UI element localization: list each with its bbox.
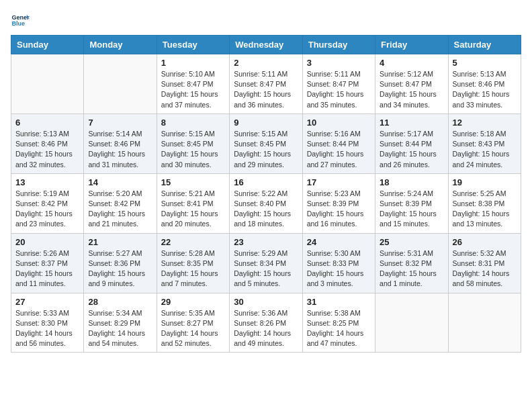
day-number: 9 (234, 118, 298, 128)
day-info: Sunrise: 5:19 AMSunset: 8:42 PMDaylight:… (15, 189, 79, 230)
calendar-week-row: 1Sunrise: 5:10 AMSunset: 8:47 PMDaylight… (11, 54, 521, 114)
calendar-cell: 5Sunrise: 5:13 AMSunset: 8:46 PMDaylight… (448, 54, 521, 114)
day-number: 18 (380, 177, 443, 187)
calendar-cell: 20Sunrise: 5:26 AMSunset: 8:37 PMDayligh… (11, 233, 84, 293)
day-number: 17 (307, 177, 371, 187)
day-info: Sunrise: 5:15 AMSunset: 8:45 PMDaylight:… (234, 129, 298, 170)
day-number: 29 (161, 297, 225, 307)
day-number: 7 (88, 118, 152, 128)
calendar-table: SundayMondayTuesdayWednesdayThursdayFrid… (11, 35, 521, 353)
calendar-cell: 8Sunrise: 5:15 AMSunset: 8:45 PMDaylight… (157, 113, 229, 173)
calendar-cell: 21Sunrise: 5:27 AMSunset: 8:36 PMDayligh… (84, 233, 157, 293)
calendar-cell (375, 293, 448, 353)
calendar-cell: 23Sunrise: 5:29 AMSunset: 8:34 PMDayligh… (230, 233, 302, 293)
calendar-header-row: SundayMondayTuesdayWednesdayThursdayFrid… (11, 36, 521, 54)
day-info: Sunrise: 5:27 AMSunset: 8:36 PMDaylight:… (88, 248, 152, 289)
calendar-cell: 26Sunrise: 5:32 AMSunset: 8:31 PMDayligh… (448, 233, 521, 293)
day-info: Sunrise: 5:26 AMSunset: 8:37 PMDaylight:… (15, 248, 79, 289)
day-number: 21 (88, 237, 152, 247)
calendar-cell: 18Sunrise: 5:24 AMSunset: 8:39 PMDayligh… (375, 173, 448, 233)
day-number: 14 (88, 177, 152, 187)
calendar-cell (448, 293, 521, 353)
day-number: 25 (380, 237, 443, 247)
day-number: 11 (380, 118, 443, 128)
calendar-cell: 25Sunrise: 5:31 AMSunset: 8:32 PMDayligh… (375, 233, 448, 293)
calendar-cell: 4Sunrise: 5:12 AMSunset: 8:47 PMDaylight… (375, 54, 448, 114)
day-info: Sunrise: 5:35 AMSunset: 8:27 PMDaylight:… (161, 308, 225, 349)
day-number: 3 (307, 58, 371, 68)
day-info: Sunrise: 5:13 AMSunset: 8:46 PMDaylight:… (453, 69, 517, 110)
calendar-cell: 24Sunrise: 5:30 AMSunset: 8:33 PMDayligh… (302, 233, 375, 293)
day-number: 10 (307, 118, 371, 128)
day-number: 16 (234, 177, 298, 187)
day-info: Sunrise: 5:22 AMSunset: 8:40 PMDaylight:… (234, 189, 298, 230)
day-info: Sunrise: 5:25 AMSunset: 8:38 PMDaylight:… (453, 189, 517, 230)
weekday-header-tuesday: Tuesday (157, 36, 229, 54)
calendar-cell: 17Sunrise: 5:23 AMSunset: 8:39 PMDayligh… (302, 173, 375, 233)
page-header: General Blue (11, 11, 521, 30)
calendar-cell: 22Sunrise: 5:28 AMSunset: 8:35 PMDayligh… (157, 233, 229, 293)
calendar-cell: 1Sunrise: 5:10 AMSunset: 8:47 PMDaylight… (157, 54, 229, 114)
day-info: Sunrise: 5:15 AMSunset: 8:45 PMDaylight:… (161, 129, 225, 170)
day-info: Sunrise: 5:16 AMSunset: 8:44 PMDaylight:… (307, 129, 371, 170)
day-info: Sunrise: 5:21 AMSunset: 8:41 PMDaylight:… (161, 189, 225, 230)
day-info: Sunrise: 5:11 AMSunset: 8:47 PMDaylight:… (307, 69, 371, 110)
day-number: 13 (15, 177, 79, 187)
calendar-cell: 11Sunrise: 5:17 AMSunset: 8:44 PMDayligh… (375, 113, 448, 173)
calendar-cell: 19Sunrise: 5:25 AMSunset: 8:38 PMDayligh… (448, 173, 521, 233)
calendar-week-row: 6Sunrise: 5:13 AMSunset: 8:46 PMDaylight… (11, 113, 521, 173)
calendar-cell: 28Sunrise: 5:34 AMSunset: 8:29 PMDayligh… (84, 293, 157, 353)
weekday-header-sunday: Sunday (11, 36, 84, 54)
day-info: Sunrise: 5:10 AMSunset: 8:47 PMDaylight:… (161, 69, 225, 110)
day-info: Sunrise: 5:30 AMSunset: 8:33 PMDaylight:… (307, 248, 371, 289)
calendar-cell: 16Sunrise: 5:22 AMSunset: 8:40 PMDayligh… (230, 173, 302, 233)
day-info: Sunrise: 5:24 AMSunset: 8:39 PMDaylight:… (380, 189, 443, 230)
logo-icon: General Blue (11, 11, 30, 30)
day-number: 27 (15, 297, 79, 307)
weekday-header-thursday: Thursday (302, 36, 375, 54)
day-number: 22 (161, 237, 225, 247)
day-info: Sunrise: 5:20 AMSunset: 8:42 PMDaylight:… (88, 189, 152, 230)
day-number: 31 (307, 297, 371, 307)
weekday-header-wednesday: Wednesday (230, 36, 302, 54)
calendar-cell (11, 54, 84, 114)
day-info: Sunrise: 5:33 AMSunset: 8:30 PMDaylight:… (15, 308, 79, 349)
day-info: Sunrise: 5:34 AMSunset: 8:29 PMDaylight:… (88, 308, 152, 349)
calendar-cell: 13Sunrise: 5:19 AMSunset: 8:42 PMDayligh… (11, 173, 84, 233)
calendar-cell: 9Sunrise: 5:15 AMSunset: 8:45 PMDaylight… (230, 113, 302, 173)
day-number: 19 (453, 177, 517, 187)
day-number: 5 (453, 58, 517, 68)
calendar-cell: 6Sunrise: 5:13 AMSunset: 8:46 PMDaylight… (11, 113, 84, 173)
day-info: Sunrise: 5:36 AMSunset: 8:26 PMDaylight:… (234, 308, 298, 349)
day-number: 12 (453, 118, 517, 128)
day-number: 26 (453, 237, 517, 247)
day-number: 20 (15, 237, 79, 247)
calendar-cell: 31Sunrise: 5:38 AMSunset: 8:25 PMDayligh… (302, 293, 375, 353)
day-number: 8 (161, 118, 225, 128)
day-info: Sunrise: 5:28 AMSunset: 8:35 PMDaylight:… (161, 248, 225, 289)
calendar-cell: 30Sunrise: 5:36 AMSunset: 8:26 PMDayligh… (230, 293, 302, 353)
day-info: Sunrise: 5:11 AMSunset: 8:47 PMDaylight:… (234, 69, 298, 110)
calendar-cell: 29Sunrise: 5:35 AMSunset: 8:27 PMDayligh… (157, 293, 229, 353)
calendar-cell: 2Sunrise: 5:11 AMSunset: 8:47 PMDaylight… (230, 54, 302, 114)
svg-text:Blue: Blue (11, 20, 25, 27)
day-number: 28 (88, 297, 152, 307)
calendar-week-row: 13Sunrise: 5:19 AMSunset: 8:42 PMDayligh… (11, 173, 521, 233)
day-number: 6 (15, 118, 79, 128)
weekday-header-friday: Friday (375, 36, 448, 54)
calendar-week-row: 27Sunrise: 5:33 AMSunset: 8:30 PMDayligh… (11, 293, 521, 353)
day-number: 30 (234, 297, 298, 307)
calendar-cell: 15Sunrise: 5:21 AMSunset: 8:41 PMDayligh… (157, 173, 229, 233)
calendar-cell (84, 54, 157, 114)
day-number: 4 (380, 58, 443, 68)
calendar-cell: 12Sunrise: 5:18 AMSunset: 8:43 PMDayligh… (448, 113, 521, 173)
logo: General Blue (11, 11, 32, 30)
day-info: Sunrise: 5:29 AMSunset: 8:34 PMDaylight:… (234, 248, 298, 289)
day-info: Sunrise: 5:32 AMSunset: 8:31 PMDaylight:… (453, 248, 517, 289)
calendar-cell: 3Sunrise: 5:11 AMSunset: 8:47 PMDaylight… (302, 54, 375, 114)
day-info: Sunrise: 5:17 AMSunset: 8:44 PMDaylight:… (380, 129, 443, 170)
weekday-header-monday: Monday (84, 36, 157, 54)
day-info: Sunrise: 5:12 AMSunset: 8:47 PMDaylight:… (380, 69, 443, 110)
day-info: Sunrise: 5:23 AMSunset: 8:39 PMDaylight:… (307, 189, 371, 230)
weekday-header-saturday: Saturday (448, 36, 521, 54)
